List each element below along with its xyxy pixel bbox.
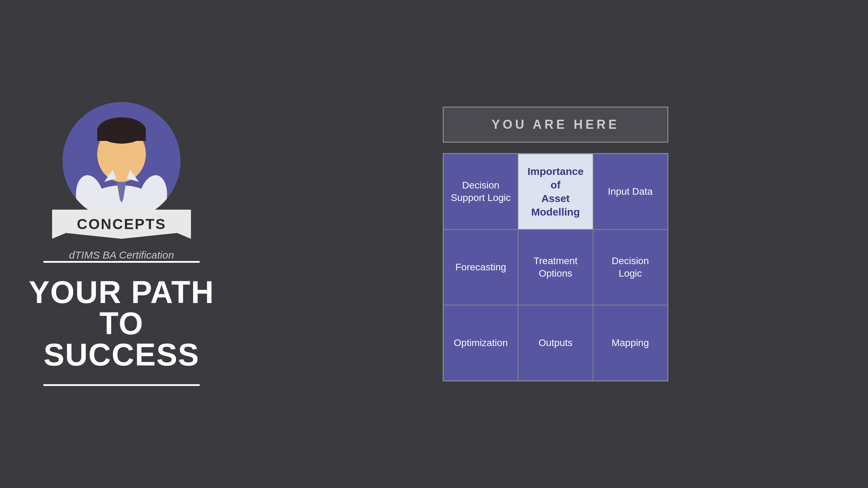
left-panel: CONCEPTS dTIMS BA Certification YOUR PAT… xyxy=(0,0,243,488)
main-title-line2: SUCCESS xyxy=(43,337,199,372)
cell-text-mapping: Mapping xyxy=(612,337,649,349)
main-title-line1: YOUR PATH TO xyxy=(29,275,215,341)
svg-rect-5 xyxy=(97,131,146,141)
cell-text-decision-logic: DecisionLogic xyxy=(612,255,649,280)
avatar xyxy=(62,102,181,220)
right-panel: YOU ARE HERE DecisionSupport Logic Impor… xyxy=(243,0,868,488)
grid-cell-outputs[interactable]: Outputs xyxy=(518,305,593,381)
grid-cell-decision-support-logic[interactable]: DecisionSupport Logic xyxy=(443,154,518,229)
cell-text-treatment-options: Treatment Options xyxy=(525,255,585,280)
you-are-here-text: YOU ARE HERE xyxy=(492,117,620,132)
cell-text-forecasting: Forecasting xyxy=(456,261,506,274)
grid-cell-decision-logic[interactable]: DecisionLogic xyxy=(593,229,668,305)
banner-wrapper: CONCEPTS xyxy=(49,210,194,239)
grid-cell-optimization[interactable]: Optimization xyxy=(443,305,518,381)
grid-cell-input-data[interactable]: Input Data xyxy=(593,154,668,229)
cell-text-input-data: Input Data xyxy=(608,185,653,198)
cell-text-decision-support-logic: DecisionSupport Logic xyxy=(451,179,511,204)
subtitle: dTIMS BA Certification xyxy=(69,249,174,261)
cell-text-importance-asset-modelling: Importance ofAsset Modelling xyxy=(525,165,585,219)
grid-cell-mapping[interactable]: Mapping xyxy=(593,305,668,381)
grid-container: DecisionSupport Logic Importance ofAsset… xyxy=(443,153,668,381)
grid-cell-importance-asset-modelling[interactable]: Importance ofAsset Modelling xyxy=(518,154,593,229)
you-are-here-box: YOU ARE HERE xyxy=(443,107,668,143)
banner: CONCEPTS xyxy=(52,210,191,239)
main-title: YOUR PATH TO SUCCESS xyxy=(14,277,229,370)
cell-text-optimization: Optimization xyxy=(454,337,508,349)
divider-bottom xyxy=(43,384,200,386)
grid-cell-forecasting[interactable]: Forecasting xyxy=(443,229,518,305)
banner-label: CONCEPTS xyxy=(77,216,166,232)
grid-cell-treatment-options[interactable]: Treatment Options xyxy=(518,229,593,305)
divider-top xyxy=(43,261,200,263)
cell-text-outputs: Outputs xyxy=(539,337,573,349)
